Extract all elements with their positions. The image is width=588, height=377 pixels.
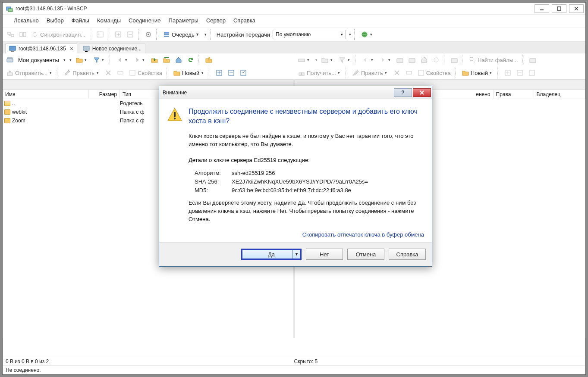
remote-home-icon[interactable] xyxy=(418,55,430,65)
remote-invert-sel-icon[interactable] xyxy=(526,68,538,78)
md5-label: MD5: xyxy=(195,186,232,195)
svg-rect-48 xyxy=(418,70,424,75)
remote-select-all-icon[interactable] xyxy=(502,68,513,78)
new-button[interactable]: Новый▾ xyxy=(171,68,207,78)
svg-rect-1 xyxy=(8,9,13,12)
remote-open-folder-icon[interactable]: ▾ xyxy=(319,55,336,65)
dialog-help-button[interactable]: ? xyxy=(394,88,412,97)
left-location-dropdown[interactable]: ▾ xyxy=(63,58,67,62)
add-icon[interactable] xyxy=(113,29,124,40)
new-session-tab[interactable]: Новое соединение... xyxy=(79,44,146,53)
bookmark-icon[interactable] xyxy=(203,55,214,65)
remote-back-icon[interactable]: ▾ xyxy=(360,55,376,65)
yes-button[interactable]: Да▼ xyxy=(241,249,302,260)
remote-forward-icon[interactable]: ▾ xyxy=(377,55,393,65)
up-folder-icon[interactable] xyxy=(149,55,160,65)
invert-sel-icon[interactable] xyxy=(238,68,249,78)
rename-icon[interactable] xyxy=(115,68,126,78)
menu-help[interactable]: Справка xyxy=(230,16,259,25)
refresh-icon[interactable] xyxy=(185,55,196,65)
download-button[interactable]: Получить...▾ xyxy=(296,68,343,78)
col-owner[interactable]: Владелец xyxy=(534,90,586,99)
properties-button[interactable]: Свойства xyxy=(127,68,164,78)
svg-rect-10 xyxy=(97,32,103,37)
queue-button[interactable]: Очередь▼ xyxy=(161,29,202,40)
upload-button[interactable]: Отправить...▾ xyxy=(4,68,55,78)
svg-rect-23 xyxy=(11,51,14,52)
remove-icon[interactable] xyxy=(125,29,136,40)
menu-options[interactable]: Параметры xyxy=(165,16,202,25)
session-tab-active[interactable]: root@31.148.96.135 × xyxy=(5,44,77,53)
find-files-button[interactable]: Найти файлы... xyxy=(467,55,520,65)
remote-edit-button[interactable]: Править▾ xyxy=(350,68,390,78)
transfer-settings-label: Настройки передачи xyxy=(217,31,270,38)
select-all-icon[interactable] xyxy=(214,68,225,78)
col-size[interactable]: Размер xyxy=(89,90,120,99)
svg-rect-7 xyxy=(11,34,14,37)
chevron-down-icon[interactable]: ▼ xyxy=(292,250,300,259)
drive-icon[interactable] xyxy=(4,55,16,65)
col-rights[interactable]: Права xyxy=(494,90,534,99)
menu-server[interactable]: Сервер xyxy=(203,16,229,25)
remote-root-icon[interactable] xyxy=(406,55,418,65)
remote-drive-icon[interactable]: ▾ xyxy=(296,55,312,65)
forward-icon[interactable]: ▾ xyxy=(132,55,148,65)
remote-delete-icon[interactable] xyxy=(391,68,402,78)
right-location-toolbar: ▾ ▾ ▾ ▾ ▾ ▾ Найти файлы... xyxy=(294,53,585,66)
transfer-preset-dropdown[interactable]: ▾ xyxy=(348,32,352,37)
open-folder-icon[interactable]: ▾ xyxy=(74,55,90,65)
dialog-close-button[interactable] xyxy=(413,88,431,97)
close-button[interactable] xyxy=(569,4,584,13)
no-button[interactable]: Нет xyxy=(306,249,343,260)
cancel-button[interactable]: Отмена xyxy=(347,249,384,260)
sync-button[interactable]: Синхронизация... xyxy=(29,29,88,40)
remote-new-button[interactable]: Новый▾ xyxy=(460,68,495,78)
remote-refresh-icon[interactable] xyxy=(431,55,442,65)
terminal-icon[interactable] xyxy=(94,29,106,40)
svg-point-21 xyxy=(362,32,367,37)
delete-icon[interactable] xyxy=(103,68,114,78)
compare-icon[interactable] xyxy=(17,29,28,40)
copy-fingerprint-link[interactable]: Скопировать отпечаток ключа в буфер обме… xyxy=(189,231,424,238)
session-tab-label: root@31.148.96.135 xyxy=(19,46,66,52)
back-icon[interactable]: ▾ xyxy=(114,55,131,65)
remote-bookmark2-icon[interactable] xyxy=(527,55,538,65)
menu-files[interactable]: Файлы xyxy=(68,16,93,25)
filter-icon[interactable]: ▾ xyxy=(91,55,107,65)
left-location-dropdown2[interactable]: ▾ xyxy=(69,58,73,62)
edit-button[interactable]: Править▾ xyxy=(62,68,102,78)
root-folder-icon[interactable] xyxy=(161,55,172,65)
remote-dd2[interactable]: ▾ xyxy=(314,58,318,62)
globe-icon[interactable]: ▾ xyxy=(359,29,375,40)
right-action-toolbar: Получить...▾ Править▾ Свойства Новый▾ xyxy=(294,66,585,79)
remote-unselect-all-icon[interactable] xyxy=(514,68,525,78)
minimize-button[interactable] xyxy=(535,4,549,13)
session-tab-bar: root@31.148.96.135 × Новое соединение... xyxy=(3,41,585,53)
key-details: Алгоритм:ssh-ed25519 256 SHA-256:XE2J7ki… xyxy=(195,169,424,195)
menu-local[interactable]: Локально xyxy=(10,16,42,25)
menu-select[interactable]: Выбор xyxy=(43,16,67,25)
transfer-preset-combo[interactable]: По умолчанию▾ xyxy=(273,30,346,39)
maximize-button[interactable] xyxy=(552,4,566,13)
unselect-all-icon[interactable] xyxy=(226,68,237,78)
svg-rect-47 xyxy=(406,72,412,74)
sync-browse-icon[interactable] xyxy=(5,29,16,40)
remote-bookmark-icon[interactable] xyxy=(449,55,460,65)
menu-commands[interactable]: Команды xyxy=(94,16,124,25)
dialog-title-bar[interactable]: Внимание ? xyxy=(159,86,432,99)
help-button[interactable]: Справка xyxy=(389,249,426,260)
home-icon[interactable] xyxy=(173,55,184,65)
remote-properties-button[interactable]: Свойства xyxy=(415,68,453,78)
settings-icon[interactable] xyxy=(143,29,154,40)
menu-connection[interactable]: Соединение xyxy=(125,16,164,25)
remote-up-icon[interactable] xyxy=(394,55,406,65)
dialog-title: Внимание xyxy=(163,90,187,96)
remote-rename-icon[interactable] xyxy=(403,68,415,78)
svg-rect-18 xyxy=(164,32,169,34)
folder-icon xyxy=(4,109,10,115)
remote-filter-icon[interactable]: ▾ xyxy=(336,55,353,65)
col-name[interactable]: Имя xyxy=(3,90,89,99)
queue-dropdown[interactable]: ▾ xyxy=(204,32,208,37)
panels-action-row: Отправить...▾ Править▾ Свойства Новый▾ П… xyxy=(3,66,585,79)
close-icon[interactable]: × xyxy=(70,46,73,52)
